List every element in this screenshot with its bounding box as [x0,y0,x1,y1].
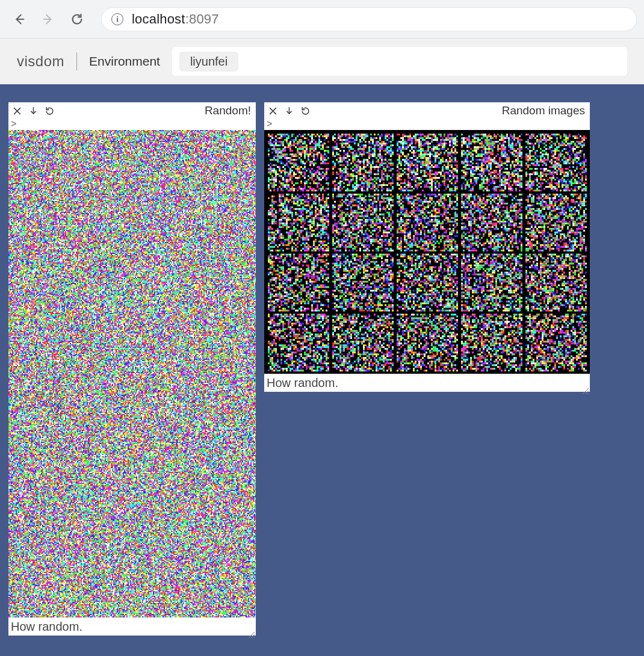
back-button[interactable] [7,7,31,31]
panel-caption: How random. [8,617,256,636]
panel-image [8,130,256,617]
caption-text: How random. [11,620,82,634]
panel-header: Random! [8,102,256,119]
panel-controls [268,106,311,116]
app-title: visdom [17,53,64,70]
workspace: Random! > How random. Random [0,84,644,656]
close-icon[interactable] [268,106,278,116]
close-icon[interactable] [12,106,22,116]
caption-text: How random. [267,376,338,390]
panel-image-grid [264,130,590,374]
divider [76,52,77,70]
panel-title: Random images [502,104,586,117]
svg-line-7 [253,637,255,638]
url-text: localhost:8097 [132,11,219,27]
environment-tag[interactable]: liyunfei [179,52,238,72]
download-icon[interactable] [284,106,294,116]
app-header: visdom Environment liyunfei [0,39,644,84]
reset-icon[interactable] [45,106,55,116]
browser-toolbar: i localhost:8097 [0,0,644,39]
address-bar[interactable]: i localhost:8097 [101,7,637,31]
panel-random[interactable]: Random! > How random. [8,102,256,636]
reload-button[interactable] [65,7,89,31]
panel-title: Random! [205,104,252,117]
url-host: localhost [132,11,185,26]
panel-random-images[interactable]: Random images > How random. [264,102,590,392]
panel-header: Random images [264,102,590,119]
panel-controls [12,106,55,116]
environment-selector[interactable]: liyunfei [172,47,627,76]
svg-line-13 [587,393,589,394]
reset-icon[interactable] [300,106,311,116]
environment-label: Environment [89,54,160,69]
forward-button[interactable] [36,7,60,31]
resize-handle[interactable] [581,383,589,391]
panel-prompt[interactable]: > [8,119,256,130]
panel-prompt[interactable]: > [264,119,590,130]
url-port: :8097 [185,11,219,26]
panel-caption: How random. [264,374,590,392]
resize-handle[interactable] [247,627,255,634]
download-icon[interactable] [28,106,39,116]
info-icon[interactable]: i [111,13,123,25]
